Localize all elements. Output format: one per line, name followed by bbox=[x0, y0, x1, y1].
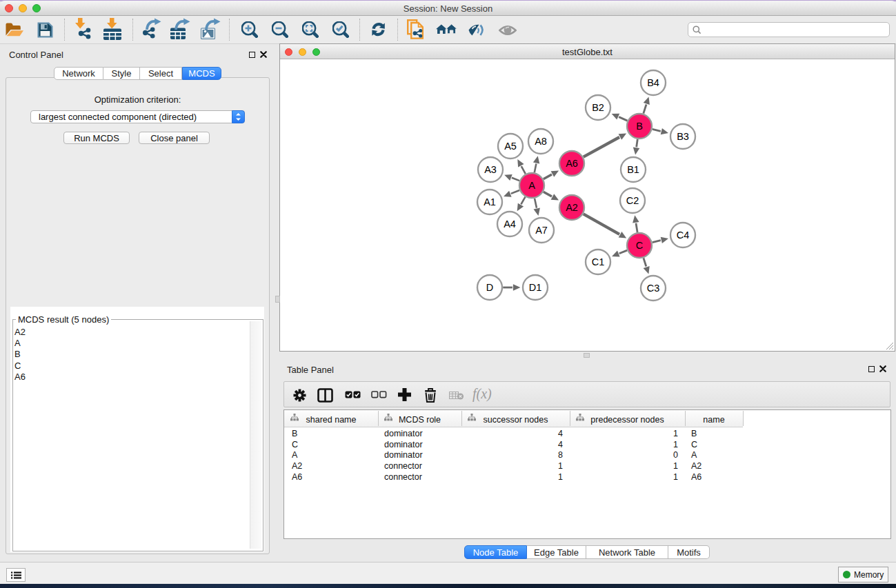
svg-text:A4: A4 bbox=[504, 219, 516, 230]
svg-text:C2: C2 bbox=[626, 195, 639, 206]
svg-text:B: B bbox=[636, 121, 643, 132]
svg-text:A7: A7 bbox=[535, 225, 548, 236]
svg-text:A1: A1 bbox=[484, 196, 496, 207]
svg-text:C4: C4 bbox=[677, 230, 690, 241]
svg-text:C1: C1 bbox=[592, 256, 605, 267]
svg-text:A: A bbox=[528, 180, 535, 191]
svg-text:B3: B3 bbox=[677, 131, 689, 142]
svg-text:A5: A5 bbox=[504, 141, 517, 152]
svg-text:A2: A2 bbox=[566, 202, 578, 213]
svg-text:B2: B2 bbox=[592, 102, 604, 113]
svg-text:B4: B4 bbox=[647, 77, 659, 88]
svg-text:A3: A3 bbox=[484, 164, 497, 175]
svg-text:D1: D1 bbox=[529, 282, 542, 293]
svg-text:D: D bbox=[486, 282, 493, 293]
svg-text:C3: C3 bbox=[647, 283, 660, 294]
svg-text:B1: B1 bbox=[627, 164, 639, 175]
svg-text:A8: A8 bbox=[535, 136, 547, 147]
svg-text:C: C bbox=[636, 240, 643, 251]
svg-text:A6: A6 bbox=[566, 158, 578, 169]
